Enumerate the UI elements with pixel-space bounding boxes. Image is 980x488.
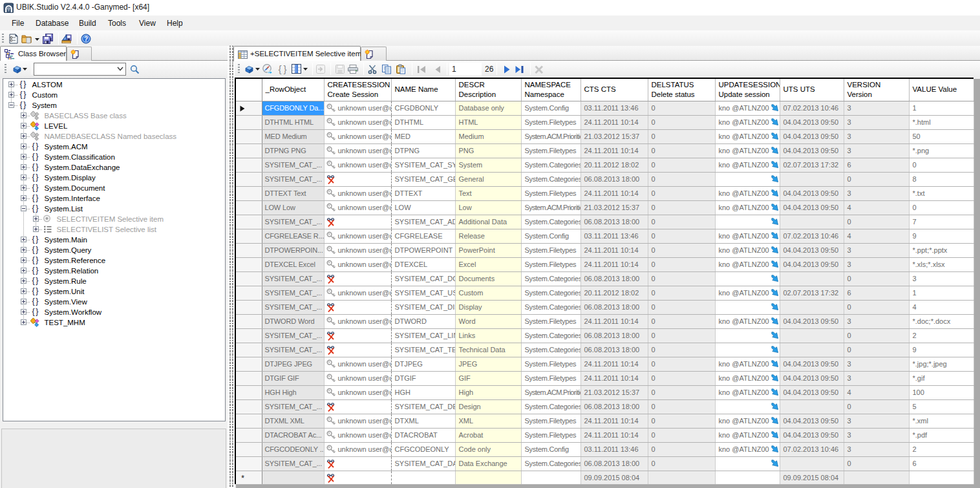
svg-text:?: ?: [84, 36, 88, 43]
svg-text:{ }: { }: [278, 64, 286, 74]
